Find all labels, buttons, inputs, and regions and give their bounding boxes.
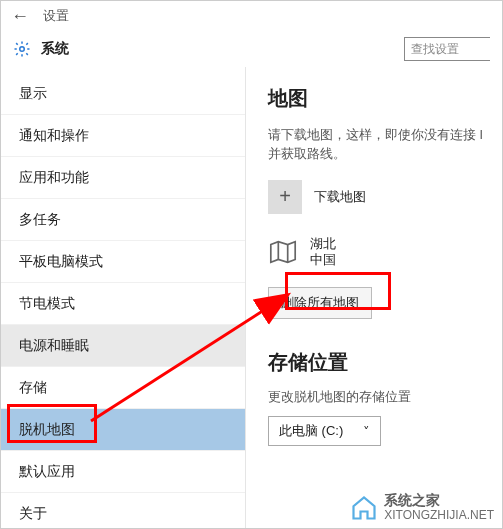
sidebar-item-power[interactable]: 电源和睡眠 xyxy=(1,325,245,367)
storage-select-value: 此电脑 (C:) xyxy=(279,422,343,440)
sidebar: 显示 通知和操作 应用和功能 多任务 平板电脑模式 节电模式 电源和睡眠 存储 … xyxy=(1,67,246,528)
chevron-down-icon: ˅ xyxy=(363,424,370,439)
delete-all-maps-button[interactable]: 删除所有地图 xyxy=(268,287,372,319)
sidebar-item-offline-maps[interactable]: 脱机地图 xyxy=(1,409,245,451)
sidebar-item-label: 存储 xyxy=(19,379,47,397)
maps-description: 请下载地图，这样，即使你没有连接 I 并获取路线。 xyxy=(268,126,502,164)
main-panel: 地图 请下载地图，这样，即使你没有连接 I 并获取路线。 + 下载地图 湖北 中… xyxy=(246,67,502,528)
sidebar-item-label: 应用和功能 xyxy=(19,169,89,187)
svg-point-0 xyxy=(20,47,25,52)
sidebar-item-apps[interactable]: 应用和功能 xyxy=(1,157,245,199)
sidebar-item-label: 默认应用 xyxy=(19,463,75,481)
sidebar-item-notifications[interactable]: 通知和操作 xyxy=(1,115,245,157)
sidebar-item-label: 平板电脑模式 xyxy=(19,253,103,271)
search-placeholder: 查找设置 xyxy=(411,41,459,58)
map-icon xyxy=(268,238,298,266)
map-entry[interactable]: 湖北 中国 xyxy=(268,236,502,270)
back-icon[interactable]: ← xyxy=(11,6,29,27)
sidebar-item-label: 关于 xyxy=(19,505,47,523)
gear-icon xyxy=(13,40,31,58)
sidebar-item-display[interactable]: 显示 xyxy=(1,73,245,115)
download-label: 下载地图 xyxy=(314,188,366,206)
sidebar-item-battery[interactable]: 节电模式 xyxy=(1,283,245,325)
download-maps-button[interactable]: + 下载地图 xyxy=(268,180,502,214)
sidebar-item-label: 多任务 xyxy=(19,211,61,229)
sidebar-item-label: 电源和睡眠 xyxy=(19,337,89,355)
sidebar-item-label: 通知和操作 xyxy=(19,127,89,145)
watermark-url: XITONGZHIJIA.NET xyxy=(384,509,494,522)
watermark: 系统之家 XITONGZHIJIA.NET xyxy=(350,493,494,522)
delete-all-label: 删除所有地图 xyxy=(281,295,359,310)
map-labels: 湖北 中国 xyxy=(310,236,336,270)
sidebar-item-label: 脱机地图 xyxy=(19,421,75,439)
watermark-brand: 系统之家 xyxy=(384,493,494,508)
plus-icon[interactable]: + xyxy=(268,180,302,214)
sidebar-item-default-apps[interactable]: 默认应用 xyxy=(1,451,245,493)
sidebar-item-label: 节电模式 xyxy=(19,295,75,313)
sidebar-item-storage[interactable]: 存储 xyxy=(1,367,245,409)
header-title: 设置 xyxy=(43,7,69,25)
storage-select[interactable]: 此电脑 (C:) ˅ xyxy=(268,416,381,446)
watermark-logo-icon xyxy=(350,494,378,522)
sidebar-item-label: 显示 xyxy=(19,85,47,103)
sidebar-item-tablet[interactable]: 平板电脑模式 xyxy=(1,241,245,283)
storage-desc: 更改脱机地图的存储位置 xyxy=(268,388,502,406)
page-title: 系统 xyxy=(41,40,69,58)
maps-heading: 地图 xyxy=(268,85,502,112)
search-input[interactable]: 查找设置 xyxy=(404,37,490,61)
storage-heading: 存储位置 xyxy=(268,349,502,376)
sidebar-item-multitask[interactable]: 多任务 xyxy=(1,199,245,241)
sidebar-item-about[interactable]: 关于 xyxy=(1,493,245,529)
